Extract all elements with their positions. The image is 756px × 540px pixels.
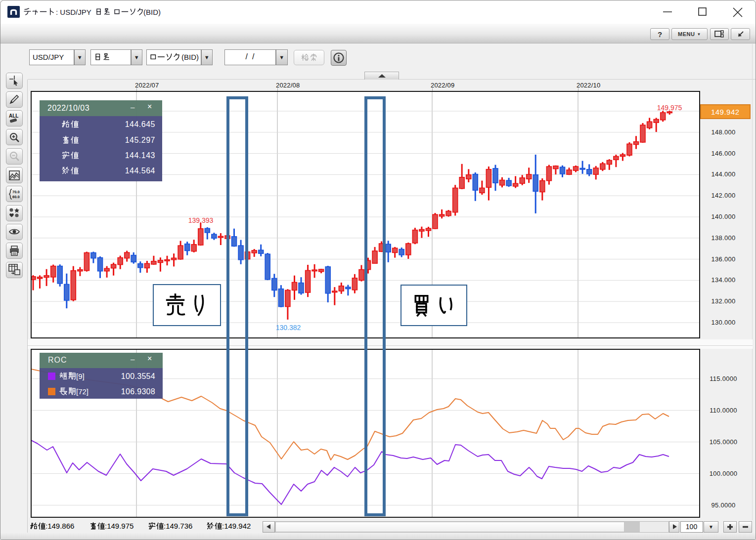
- svg-text:70.0: 70.0: [12, 190, 20, 194]
- svg-text:60.0: 60.0: [12, 195, 20, 199]
- svg-text:ALL: ALL: [9, 113, 18, 119]
